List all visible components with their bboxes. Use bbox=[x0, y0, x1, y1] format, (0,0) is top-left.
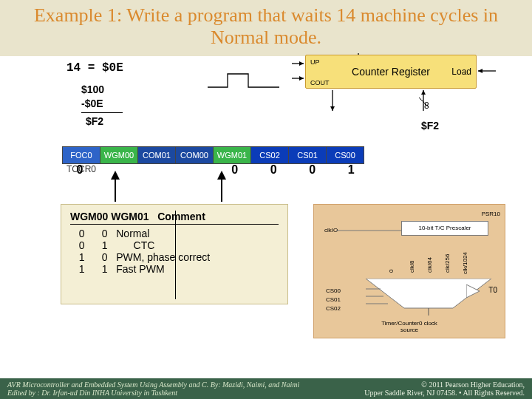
bit-0: 1 bbox=[333, 163, 369, 177]
tc0-clock-label: Timer/Counter0 clock source bbox=[381, 320, 437, 333]
psr10-label: PSR10 bbox=[482, 211, 500, 217]
svg-marker-10 bbox=[421, 90, 426, 95]
svg-marker-8 bbox=[330, 106, 335, 111]
table-divider bbox=[175, 211, 176, 299]
footer-editor: Edited by : Dr. Irfan-ud Din INHA Univer… bbox=[7, 389, 299, 397]
counter-label: Counter Register bbox=[352, 66, 430, 78]
arrow-stem-wgm01 bbox=[221, 180, 222, 202]
sub-b: -$0E bbox=[81, 97, 123, 111]
footer-book: AVR Microcontroller and Embedded System … bbox=[7, 381, 299, 389]
slide-title: Example 1: Write a program that waits 14… bbox=[4, 4, 528, 49]
sub-rule bbox=[81, 112, 123, 113]
tccr-foc0: FOC0 bbox=[63, 146, 100, 163]
bit-7: 0 bbox=[62, 163, 98, 177]
hdr-comment: Comment bbox=[157, 211, 205, 222]
mode-row-3: 1 1 Fast PWM bbox=[70, 263, 279, 275]
mode-row-0: 0 0 Normal bbox=[70, 228, 279, 239]
hex-equation: 14 = $0E bbox=[66, 62, 123, 74]
arrow-head-wgm00 bbox=[111, 171, 120, 180]
tap-256: clk/256 bbox=[444, 253, 451, 272]
footer-right: © 2011 Pearson Higher Education, Upper S… bbox=[364, 381, 525, 397]
tccr-wgm01: WGM01 bbox=[214, 146, 251, 163]
svg-marker-5 bbox=[478, 69, 482, 73]
mode-row-1: 0 1 CTC bbox=[70, 239, 279, 251]
counter-up-port: UP bbox=[310, 58, 320, 66]
svg-marker-3 bbox=[299, 76, 304, 81]
clock-pulse-icon bbox=[207, 71, 281, 93]
prescaler-box: 10-bit T/C Prescaler bbox=[401, 221, 488, 236]
svg-marker-1 bbox=[299, 61, 304, 66]
counter-load-port: Load bbox=[451, 66, 471, 77]
tccr-cs02: CS02 bbox=[251, 146, 289, 163]
bit-1: 0 bbox=[295, 163, 330, 177]
divide-8-note: 8 bbox=[424, 100, 429, 111]
f2-load-value: $F2 bbox=[421, 120, 439, 132]
counter-cout-port: COUT bbox=[310, 79, 330, 86]
cs02: CS02 bbox=[326, 305, 341, 312]
footer-address: Upper Saddle River, NJ 07458. • All Righ… bbox=[364, 389, 525, 397]
tccr-cs01: CS01 bbox=[289, 146, 327, 163]
footer-bar: AVR Microcontroller and Embedded System … bbox=[0, 378, 532, 399]
subtraction-block: $100 -$0E $F2 bbox=[81, 83, 123, 129]
tap-8: clk/8 bbox=[409, 260, 415, 272]
footer-left: AVR Microcontroller and Embedded System … bbox=[7, 381, 299, 397]
arrow-stem-wgm00 bbox=[115, 180, 116, 202]
tap-64: clk/64 bbox=[426, 257, 433, 273]
tccr-com01: COM01 bbox=[138, 146, 176, 163]
mode-table-header: WGM00 WGM01 Comment bbox=[70, 211, 279, 225]
footer-copyright: © 2011 Pearson Higher Education, bbox=[364, 381, 525, 389]
tap-0: 0 bbox=[388, 269, 395, 272]
bit-2: 0 bbox=[256, 163, 291, 177]
arrow-head-wgm01 bbox=[217, 171, 226, 180]
tccr-cs00: CS00 bbox=[327, 146, 364, 163]
cs01: CS01 bbox=[326, 296, 341, 303]
tccr-wgm00: WGM00 bbox=[100, 146, 138, 163]
tccr-com00: COM00 bbox=[176, 146, 214, 163]
svg-marker-26 bbox=[466, 284, 480, 298]
title-band: Example 1: Write a program that waits 14… bbox=[0, 0, 532, 56]
sub-a: $100 bbox=[81, 83, 123, 97]
wgm-mode-table: WGM00 WGM01 Comment 0 0 Normal 0 1 CTC 1… bbox=[61, 204, 288, 304]
hdr-wgm: WGM00 WGM01 bbox=[70, 211, 149, 222]
edge-detector-icon bbox=[466, 284, 482, 298]
sub-result: $F2 bbox=[81, 115, 123, 129]
mode-row-2: 1 0 PWM, phase correct bbox=[70, 251, 279, 263]
clk-wire bbox=[336, 228, 403, 233]
counter-register-box: UP COUT Counter Register Load bbox=[305, 55, 477, 89]
bit-values-row: 0 0 0 0 1 bbox=[62, 163, 369, 177]
cs00: CS00 bbox=[326, 287, 341, 294]
prescaler-diagram: PSR10 clkIO 10-bit T/C Prescaler T0 0 cl… bbox=[313, 204, 505, 338]
tap-1024: clk/1024 bbox=[462, 252, 468, 274]
